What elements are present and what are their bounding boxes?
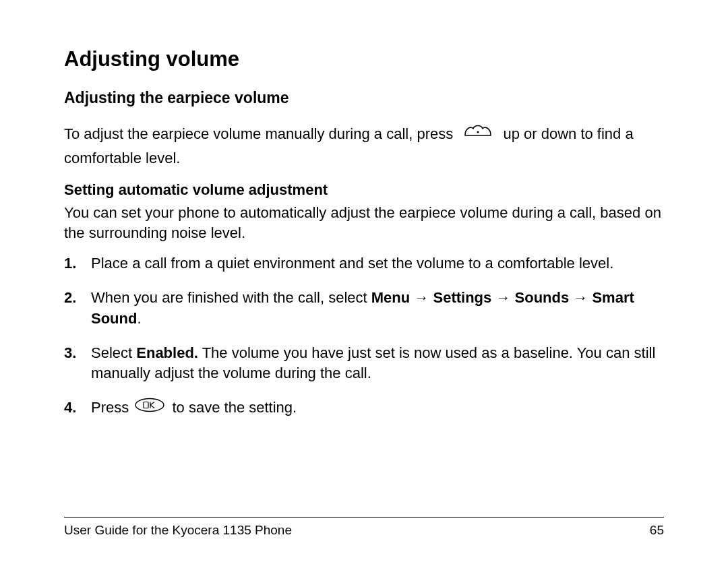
step-4-text-b: to save the setting.	[172, 399, 297, 416]
arrow-icon: →	[573, 289, 588, 306]
step-2-text-a: When you are finished with the call, sel…	[91, 289, 371, 306]
step-2: When you are finished with the call, sel…	[64, 288, 664, 330]
svg-rect-2	[144, 402, 148, 408]
arrow-icon: →	[414, 289, 429, 306]
section-heading-earpiece: Adjusting the earpiece volume	[64, 89, 664, 107]
svg-point-1	[135, 399, 164, 412]
auto-intro: You can set your phone to automatically …	[64, 203, 664, 245]
section-heading-auto: Setting automatic volume adjustment	[64, 181, 664, 199]
step-4: Press to save the setting.	[64, 398, 664, 420]
sounds-label: Sounds	[515, 289, 570, 306]
step-3: Select Enabled. The volume you have just…	[64, 343, 664, 385]
menu-label: Menu	[371, 289, 410, 306]
step-1-text: Place a call from a quiet environment an…	[91, 255, 613, 272]
svg-point-0	[477, 131, 479, 133]
footer-title: User Guide for the Kyocera 1135 Phone	[64, 523, 292, 538]
settings-label: Settings	[433, 289, 491, 306]
steps-list: Place a call from a quiet environment an…	[64, 253, 664, 420]
step-3-text-a: Select	[91, 344, 136, 361]
earpiece-text-before: To adjust the earpiece volume manually d…	[64, 125, 457, 142]
step-4-text-a: Press	[91, 399, 133, 416]
ok-key-icon	[134, 398, 165, 418]
footer-page-number: 65	[650, 523, 664, 538]
step-1: Place a call from a quiet environment an…	[64, 253, 664, 274]
earpiece-paragraph: To adjust the earpiece volume manually d…	[64, 122, 664, 169]
page-footer: User Guide for the Kyocera 1135 Phone 65	[64, 517, 664, 538]
page-heading: Adjusting volume	[64, 47, 664, 71]
enabled-label: Enabled.	[136, 344, 198, 361]
rocker-key-icon	[460, 122, 496, 146]
arrow-icon: →	[495, 289, 510, 306]
